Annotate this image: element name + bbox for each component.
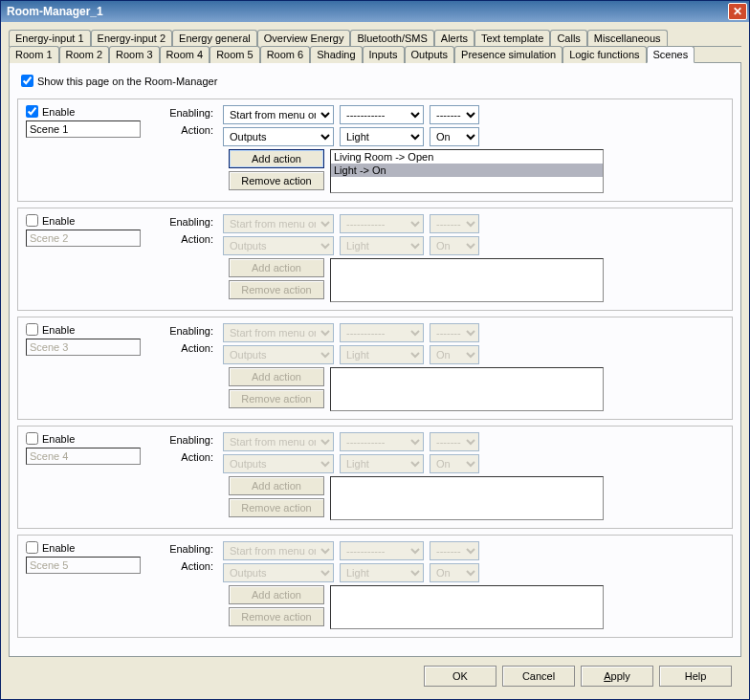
action-select-a-5: Outputs	[223, 563, 334, 582]
tab-scenes[interactable]: Scenes	[647, 46, 695, 63]
enabling-select-b-4: -----------	[340, 432, 424, 451]
enable-label: Enable	[42, 542, 75, 554]
enable-checkbox-5[interactable]	[26, 541, 38, 554]
enable-checkbox-4[interactable]	[26, 432, 38, 445]
tab-room-6[interactable]: Room 6	[260, 46, 311, 63]
scene-group-2: Enable Enabling: Action: Start from menu…	[17, 208, 733, 311]
actions-listbox-4	[330, 476, 604, 520]
titlebar: Room-Manager_1 ✕	[1, 1, 749, 22]
tab-inputs[interactable]: Inputs	[363, 46, 405, 63]
tab-alerts[interactable]: Alerts	[434, 30, 474, 47]
action-label: Action:	[160, 451, 213, 463]
enable-checkbox-1[interactable]	[26, 105, 38, 118]
dialog-footer: OK Cancel Apply Help	[9, 657, 741, 695]
enable-checkbox-2[interactable]	[26, 214, 38, 227]
cancel-button[interactable]: Cancel	[502, 666, 575, 687]
action-select-c-2: On	[430, 236, 479, 255]
tab-bluetooth-sms[interactable]: Bluetooth/SMS	[350, 30, 433, 47]
apply-button[interactable]: Apply	[581, 666, 653, 687]
tab-room-1[interactable]: Room 1	[9, 46, 59, 63]
enabling-select-c-5: -----------	[430, 541, 479, 560]
scene-name-input-3	[26, 339, 141, 356]
action-select-b-2: Light	[340, 236, 424, 255]
list-item[interactable]: Living Room -> Open	[331, 150, 603, 164]
action-select-b-1[interactable]: Light	[340, 127, 424, 146]
add-action-button-2: Add action	[229, 258, 324, 277]
tab-room-2[interactable]: Room 2	[59, 46, 110, 63]
enabling-select-a-4: Start from menu on	[223, 432, 334, 451]
scene-name-input-4	[26, 448, 141, 465]
add-action-button-1[interactable]: Add action	[229, 149, 324, 168]
enabling-select-c-3: -----------	[430, 323, 479, 342]
tab-outputs[interactable]: Outputs	[405, 46, 455, 63]
tab-presence-simulation[interactable]: Presence simulation	[454, 46, 562, 63]
content-area: Energy-input 1Energy-input 2Energy gener…	[1, 22, 749, 699]
tab-miscellaneous[interactable]: Miscellaneous	[587, 30, 668, 47]
actions-listbox-3	[330, 367, 604, 411]
actions-listbox-2	[330, 258, 604, 302]
action-select-a-1[interactable]: Outputs	[223, 127, 334, 146]
remove-action-button-3: Remove action	[229, 389, 324, 408]
enabling-label: Enabling:	[160, 543, 213, 555]
remove-action-button-5: Remove action	[229, 607, 324, 626]
tab-row-1: Energy-input 1Energy-input 2Energy gener…	[9, 30, 741, 47]
enable-label: Enable	[42, 215, 75, 227]
tab-room-5[interactable]: Room 5	[210, 46, 260, 63]
tab-calls[interactable]: Calls	[550, 30, 586, 47]
enabling-select-b-1[interactable]: -----------	[340, 105, 424, 124]
action-label: Action:	[160, 124, 213, 136]
actions-listbox-5	[330, 585, 604, 629]
close-button[interactable]: ✕	[728, 3, 747, 20]
scene-name-input-2	[26, 230, 141, 247]
show-page-checkbox[interactable]	[21, 75, 33, 87]
enabling-select-c-1[interactable]: -----------	[430, 105, 479, 124]
show-page-label: Show this page on the Room-Manager	[37, 76, 217, 87]
window-title: Room-Manager_1	[7, 5, 728, 18]
action-select-b-5: Light	[340, 563, 424, 582]
action-select-b-4: Light	[340, 454, 424, 473]
enable-label: Enable	[42, 433, 75, 445]
action-select-a-2: Outputs	[223, 236, 334, 255]
scenes-panel: Show this page on the Room-Manager Enabl…	[9, 62, 741, 657]
tab-energy-input-1[interactable]: Energy-input 1	[9, 30, 91, 47]
tab-energy-general[interactable]: Energy general	[172, 30, 257, 47]
remove-action-button-4: Remove action	[229, 498, 324, 517]
action-select-c-1[interactable]: On	[430, 127, 479, 146]
enabling-select-c-2: -----------	[430, 214, 479, 233]
action-select-a-4: Outputs	[223, 454, 334, 473]
enable-label: Enable	[42, 324, 75, 336]
scene-group-5: Enable Enabling: Action: Start from menu…	[17, 535, 733, 638]
tab-logic-functions[interactable]: Logic functions	[562, 46, 646, 63]
enabling-select-b-2: -----------	[340, 214, 424, 233]
tab-room-4[interactable]: Room 4	[160, 46, 210, 63]
add-action-button-5: Add action	[229, 585, 324, 604]
tab-overview-energy[interactable]: Overview Energy	[257, 30, 351, 47]
enabling-select-b-5: -----------	[340, 541, 424, 560]
action-select-b-3: Light	[340, 345, 424, 364]
enabling-label: Enabling:	[160, 434, 213, 446]
tab-row-2: Room 1Room 2Room 3Room 4Room 5Room 6Shad…	[9, 46, 741, 63]
add-action-button-4: Add action	[229, 476, 324, 495]
list-item[interactable]: Light -> On	[331, 164, 603, 177]
help-button[interactable]: Help	[659, 666, 732, 687]
enabling-select-b-3: -----------	[340, 323, 424, 342]
show-page-row: Show this page on the Room-Manager	[21, 75, 733, 87]
tab-energy-input-2[interactable]: Energy-input 2	[91, 30, 173, 47]
enabling-select-a-3: Start from menu on	[223, 323, 334, 342]
tab-shading[interactable]: Shading	[310, 46, 362, 63]
window: Room-Manager_1 ✕ Energy-input 1Energy-in…	[0, 0, 750, 700]
enabling-select-c-4: -----------	[430, 432, 479, 451]
remove-action-button-1[interactable]: Remove action	[229, 171, 324, 190]
actions-listbox-1[interactable]: Living Room -> OpenLight -> On	[330, 149, 604, 193]
scene-name-input-1[interactable]	[26, 120, 141, 138]
tab-text-template[interactable]: Text template	[474, 30, 550, 47]
tab-room-3[interactable]: Room 3	[109, 46, 160, 63]
enabling-label: Enabling:	[160, 107, 213, 119]
action-label: Action:	[160, 560, 213, 572]
enable-checkbox-3[interactable]	[26, 323, 38, 336]
ok-button[interactable]: OK	[424, 666, 496, 687]
enabling-select-a-1[interactable]: Start from menu on	[223, 105, 334, 124]
scene-name-input-5	[26, 557, 141, 574]
enabling-label: Enabling:	[160, 325, 213, 337]
action-select-a-3: Outputs	[223, 345, 334, 364]
